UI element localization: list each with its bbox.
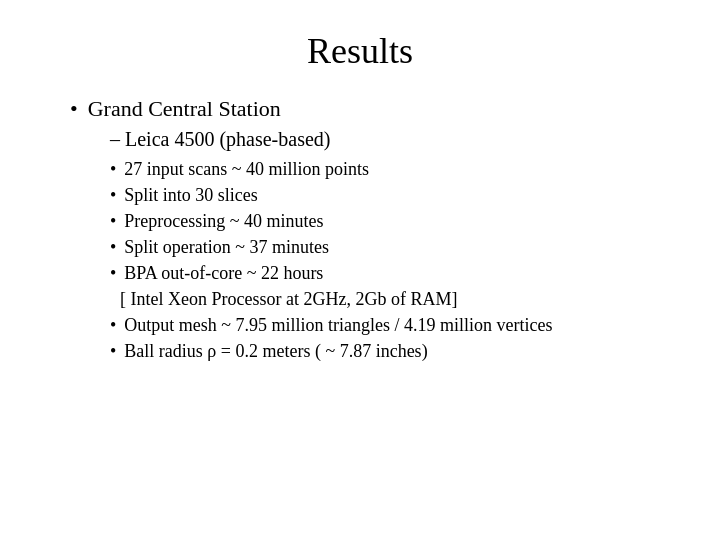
bullet-item-4: • BPA out-of-core ~ 22 hours: [110, 263, 670, 284]
bullet-marker-b1: •: [110, 185, 116, 206]
bullet-item-5: • Output mesh ~ 7.95 million triangles /…: [110, 315, 670, 336]
bullet-marker-b6: •: [110, 341, 116, 362]
bullet-text-1: Split into 30 slices: [124, 185, 258, 206]
bullet-item-3: • Split operation ~ 37 minutes: [110, 237, 670, 258]
bullet-text-0: 27 input scans ~ 40 million points: [124, 159, 369, 180]
level1-text: Grand Central Station: [88, 96, 281, 122]
note-line: [ Intel Xeon Processor at 2GHz, 2Gb of R…: [120, 289, 670, 310]
bullet-item-1: • Split into 30 slices: [110, 185, 670, 206]
bullet-text-3: Split operation ~ 37 minutes: [124, 237, 329, 258]
bullet-text-4: BPA out-of-core ~ 22 hours: [124, 263, 323, 284]
bullet-marker-b3: •: [110, 237, 116, 258]
bullet-item-2: • Preprocessing ~ 40 minutes: [110, 211, 670, 232]
slide: Results • Grand Central Station – Leica …: [0, 0, 720, 540]
content-area: • Grand Central Station – Leica 4500 (ph…: [50, 96, 670, 367]
subsection: – Leica 4500 (phase-based) • 27 input sc…: [70, 128, 670, 362]
bullet-marker-b2: •: [110, 211, 116, 232]
bullet-marker-1: •: [70, 96, 78, 122]
bullet-marker-b4: •: [110, 263, 116, 284]
slide-title: Results: [50, 30, 670, 72]
bullet-item-6: • Ball radius ρ = 0.2 meters ( ~ 7.87 in…: [110, 341, 670, 362]
bullet-text-2: Preprocessing ~ 40 minutes: [124, 211, 323, 232]
bullet-item-0: • 27 input scans ~ 40 million points: [110, 159, 670, 180]
bullet-text-5: Output mesh ~ 7.95 million triangles / 4…: [124, 315, 552, 336]
inner-bullets: • 27 input scans ~ 40 million points • S…: [100, 159, 670, 362]
bullet-text-6: Ball radius ρ = 0.2 meters ( ~ 7.87 inch…: [124, 341, 427, 362]
level1-item: • Grand Central Station: [70, 96, 670, 122]
bullet-marker-b0: •: [110, 159, 116, 180]
bullet-marker-b5: •: [110, 315, 116, 336]
dash-item: – Leica 4500 (phase-based): [100, 128, 670, 151]
